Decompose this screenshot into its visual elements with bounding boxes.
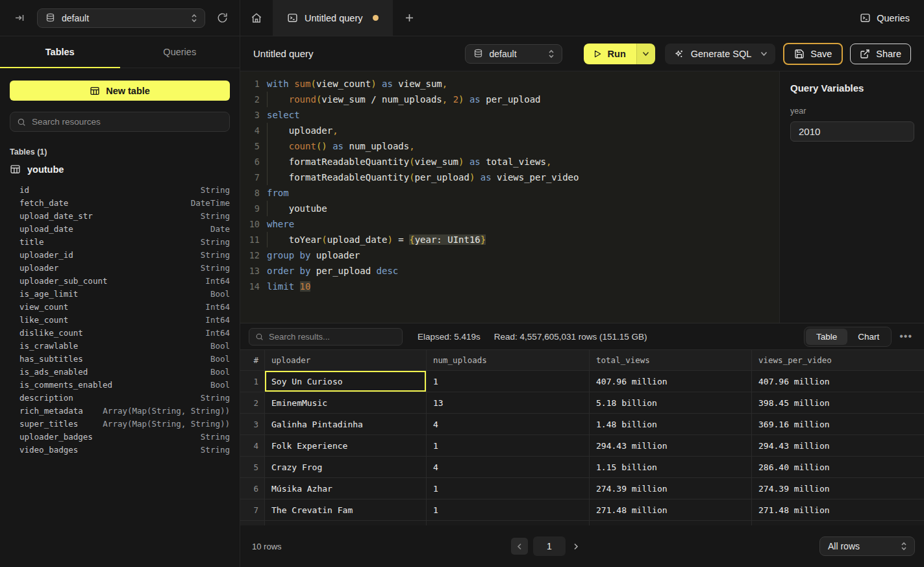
cell-total-views[interactable]: 1.15 billion <box>590 457 752 478</box>
cell-total-views[interactable]: 274.39 million <box>590 478 752 499</box>
results-more-button[interactable]: ••• <box>899 331 912 342</box>
column-header-uploader[interactable]: uploader <box>265 350 427 371</box>
sidebar-tab-tables[interactable]: Tables <box>0 36 120 68</box>
code-line[interactable]: 7 formatReadableQuantity(per_upload) as … <box>240 170 779 185</box>
row-number[interactable]: 6 <box>240 478 265 499</box>
page-size-selector[interactable]: All rows <box>819 536 915 556</box>
sidebar-tab-queries[interactable]: Queries <box>120 36 240 68</box>
code-text: uploader, <box>267 123 338 138</box>
cell-views-per-video[interactable]: 294.43 million <box>752 435 924 457</box>
cell-views-per-video[interactable]: 271.48 million <box>752 499 924 521</box>
row-number[interactable]: 7 <box>240 499 265 521</box>
code-line[interactable]: 8from <box>240 185 779 201</box>
previous-page-button[interactable] <box>511 538 528 555</box>
code-line[interactable]: 13order by per_upload desc <box>240 263 779 279</box>
cell-num-uploads[interactable]: 1 <box>427 499 590 521</box>
code-line[interactable]: 1with sum(view_count) as view_sum, <box>240 76 779 92</box>
row-number[interactable]: 5 <box>240 457 265 478</box>
code-line[interactable]: 3select <box>240 107 779 123</box>
column-header-num-uploads[interactable]: num_uploads <box>427 350 590 371</box>
cell-uploader[interactable]: Folk Experience <box>265 435 427 457</box>
cell-views-per-video[interactable]: 398.45 million <box>752 392 924 414</box>
save-button[interactable]: Save <box>783 43 843 65</box>
run-options-button[interactable] <box>636 44 655 64</box>
results-search-input[interactable] <box>269 332 396 342</box>
plus-icon <box>405 13 414 23</box>
cell-num-uploads[interactable]: 4 <box>427 414 590 435</box>
sidebar-table-youtube[interactable]: youtube <box>10 164 230 175</box>
cell-uploader[interactable]: Músika Azhar <box>265 478 427 499</box>
code-line[interactable]: 10where <box>240 216 779 232</box>
column-type: String <box>201 211 230 221</box>
resources-search-input[interactable] <box>32 117 223 127</box>
row-number[interactable]: 2 <box>240 392 265 414</box>
query-variables-title: Query Variables <box>790 82 914 94</box>
cell-total-views[interactable]: 271.48 million <box>590 499 752 521</box>
share-button[interactable]: Share <box>850 44 911 64</box>
cell-num-uploads[interactable]: 1 <box>427 435 590 457</box>
column-header-views-per-video[interactable]: views_per_video <box>752 350 924 371</box>
next-page-button[interactable] <box>571 540 581 553</box>
row-number[interactable]: 1 <box>240 371 265 392</box>
cell-total-views[interactable]: 294.43 million <box>590 435 752 457</box>
cell-num-uploads[interactable]: 13 <box>427 392 590 414</box>
cell-views-per-video[interactable]: 274.39 million <box>752 478 924 499</box>
view-toggle-chart[interactable]: Chart <box>847 329 890 345</box>
row-number[interactable]: 4 <box>240 435 265 457</box>
code-line[interactable]: 14limit 10 <box>240 279 779 294</box>
new-table-label: New table <box>106 86 150 96</box>
code-line[interactable]: 6 formatReadableQuantity(view_sum) as to… <box>240 154 779 170</box>
cell-uploader[interactable]: Soy Un Curioso <box>265 371 427 392</box>
cell-num-uploads[interactable]: 1 <box>427 371 590 392</box>
tab-untitled-query[interactable]: Untitled query <box>273 0 393 36</box>
line-number: 9 <box>240 201 260 216</box>
code-text: from <box>267 185 289 201</box>
new-table-button[interactable]: New table <box>10 81 230 101</box>
database-icon <box>45 13 55 23</box>
code-line[interactable]: 9 youtube <box>240 201 779 216</box>
code-line[interactable]: 5 count() as num_uploads, <box>240 138 779 154</box>
new-tab-button[interactable] <box>393 0 425 36</box>
cell-num-uploads[interactable]: 1 <box>427 478 590 499</box>
toolbar-database-selector[interactable]: default <box>465 44 562 64</box>
cell-num-uploads[interactable]: 4 <box>427 457 590 478</box>
view-toggle-table[interactable]: Table <box>806 329 847 345</box>
view-toggle: Table Chart <box>804 327 892 347</box>
code-line[interactable]: 12group by uploader <box>240 247 779 263</box>
cell-uploader[interactable]: Galinha Pintadinha <box>265 414 427 435</box>
cell-views-per-video[interactable]: 369.16 million <box>752 414 924 435</box>
tab-bar: Untitled query <box>240 0 860 36</box>
collapse-sidebar-button[interactable] <box>12 10 28 26</box>
database-selector[interactable]: default <box>37 8 205 28</box>
schema-column-row: upload_date_strString <box>0 209 240 222</box>
cell-total-views[interactable]: 5.18 billion <box>590 392 752 414</box>
current-page-button[interactable]: 1 <box>533 536 566 556</box>
row-number[interactable]: 3 <box>240 414 265 435</box>
code-line[interactable]: 11 toYear(upload_date) = {year: UInt16} <box>240 232 779 247</box>
code-text: formatReadableQuantity(per_upload) as vi… <box>267 170 579 185</box>
variable-input-year[interactable] <box>790 121 914 142</box>
refresh-button[interactable] <box>214 10 231 26</box>
home-button[interactable] <box>240 0 273 36</box>
cell-total-views[interactable]: 1.48 billion <box>590 414 752 435</box>
cell-views-per-video[interactable]: 407.96 million <box>752 371 924 392</box>
column-header-total-views[interactable]: total_views <box>590 350 752 371</box>
chevron-updown-icon <box>547 49 555 58</box>
cell-uploader[interactable]: The Crevatin Fam <box>265 499 427 521</box>
column-name: view_count <box>19 302 68 312</box>
database-selector-value: default <box>62 13 89 23</box>
sql-editor[interactable]: 1with sum(view_count) as view_sum,2 roun… <box>240 71 779 323</box>
cell-uploader[interactable]: Crazy Frog <box>265 457 427 478</box>
cell-uploader[interactable]: EminemMusic <box>265 392 427 414</box>
cell-total-views[interactable]: 407.96 million <box>590 371 752 392</box>
run-button[interactable]: Run <box>584 44 636 64</box>
schema-list: idStringfetch_dateDateTimeupload_date_st… <box>0 183 240 456</box>
cell-views-per-video[interactable]: 286.40 million <box>752 457 924 478</box>
code-line[interactable]: 4 uploader, <box>240 123 779 138</box>
tables-section-label: Tables (1) <box>10 147 230 157</box>
column-name: uploader_badges <box>19 432 93 442</box>
column-header-num[interactable]: # <box>240 350 265 371</box>
code-line[interactable]: 2 round(view_sum / num_uploads, 2) as pe… <box>240 92 779 107</box>
queries-button[interactable]: Queries <box>860 12 910 23</box>
generate-sql-button[interactable]: Generate SQL <box>665 44 776 64</box>
